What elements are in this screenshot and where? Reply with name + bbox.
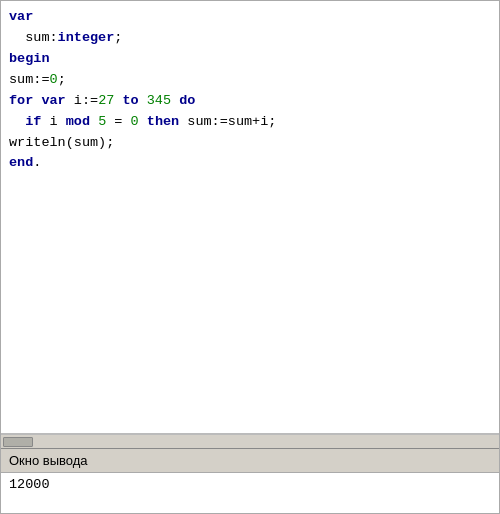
main-container: var sum:integer; begin sum:=0; for var i…: [0, 0, 500, 514]
horizontal-scrollbar[interactable]: [1, 434, 499, 448]
output-area: 12000: [1, 473, 499, 513]
output-header: Окно вывода: [1, 448, 499, 473]
code-content: var sum:integer; begin sum:=0; for var i…: [9, 7, 491, 174]
output-value: 12000: [9, 477, 50, 492]
scrollbar-thumb[interactable]: [3, 437, 33, 447]
output-header-label: Окно вывода: [9, 453, 88, 468]
code-editor[interactable]: var sum:integer; begin sum:=0; for var i…: [1, 1, 499, 434]
